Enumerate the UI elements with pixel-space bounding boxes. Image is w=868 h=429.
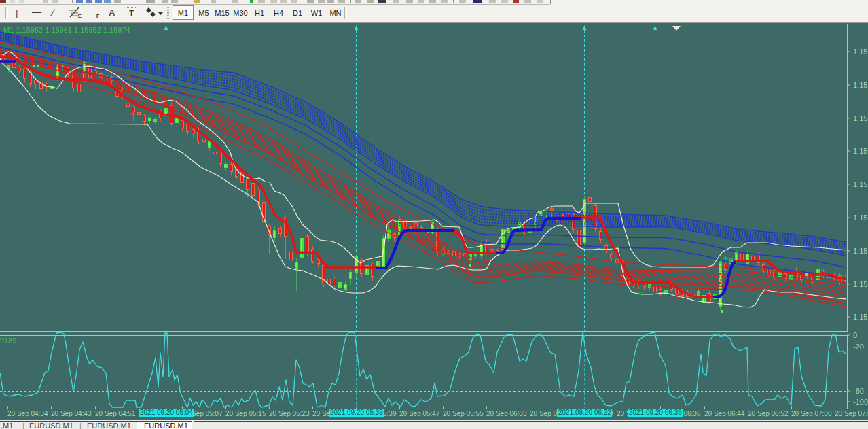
svg-text:,M1 1.15952 1.15961 1.15952 1: ,M1 1.15952 1.15961 1.15952 1.15974 xyxy=(1,26,130,34)
svg-text:E: E xyxy=(78,14,82,18)
svg-text:9189: 9189 xyxy=(0,337,16,345)
svg-text:F: F xyxy=(96,14,100,18)
